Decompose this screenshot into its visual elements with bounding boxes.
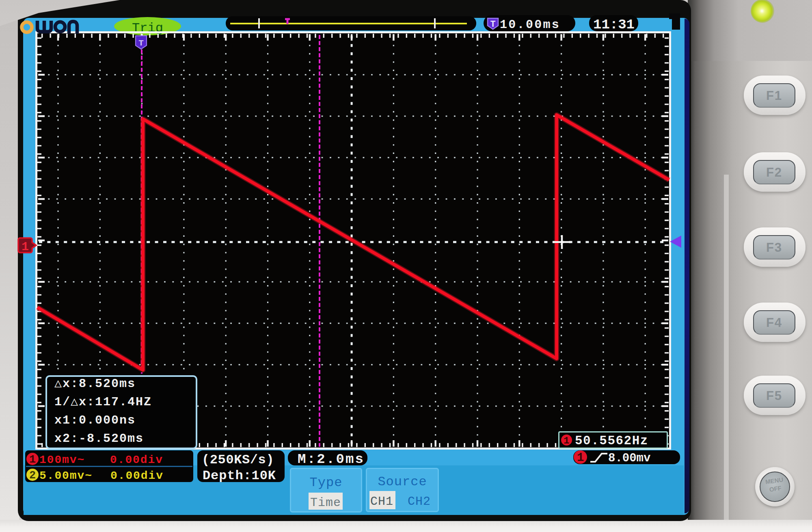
svg-text:1: 1 — [22, 240, 29, 254]
svg-text:T: T — [490, 19, 495, 30]
svg-text:T: T — [138, 39, 144, 48]
